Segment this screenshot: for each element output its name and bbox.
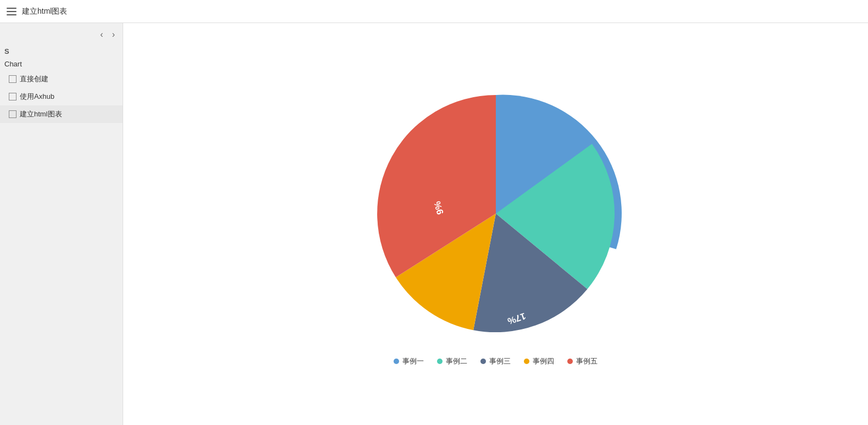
legend-item-case5: 事例五	[567, 356, 598, 366]
legend-label-case3: 事例三	[489, 356, 511, 366]
sidebar-item-use-axhub[interactable]: 使用Axhub	[0, 88, 123, 105]
chart-legend: 事例一 事例二 事例三 事例四 事例五	[394, 356, 598, 366]
sidebar-category-label: Chart	[0, 58, 123, 70]
sidebar-section-label: S	[0, 46, 123, 58]
legend-item-case4: 事例四	[524, 356, 554, 366]
legend-dot-case5	[567, 359, 573, 364]
content-area: 40% 21% 17% 1	[123, 23, 868, 425]
nav-forward-button[interactable]: ›	[109, 29, 118, 41]
legend-item-case1: 事例一	[394, 356, 424, 366]
legend-dot-case3	[480, 359, 486, 364]
sidebar: ‹ › S Chart 直接创建 使用Axhub 建立html图表	[0, 23, 123, 425]
sidebar-item-label-build-html-chart: 建立html图表	[20, 109, 62, 119]
pie-chart: 40% 21% 17% 1	[364, 82, 628, 345]
legend-label-case4: 事例四	[533, 356, 554, 366]
sidebar-item-build-html-chart[interactable]: 建立html图表	[0, 105, 123, 123]
chart-container: 40% 21% 17% 1	[364, 82, 628, 366]
legend-label-case2: 事例二	[446, 356, 467, 366]
legend-item-case2: 事例二	[437, 356, 467, 366]
title-bar-title: 建立html图表	[22, 7, 67, 16]
sidebar-item-icon-build-html-chart	[9, 110, 16, 118]
sidebar-nav-buttons: ‹ ›	[0, 23, 123, 46]
main-layout: ‹ › S Chart 直接创建 使用Axhub 建立html图表	[0, 23, 868, 425]
legend-dot-case4	[524, 359, 529, 364]
sidebar-item-label-create-direct: 直接创建	[20, 74, 48, 84]
menu-icon[interactable]	[7, 8, 16, 15]
legend-dot-case1	[394, 359, 399, 364]
legend-item-case3: 事例三	[480, 356, 511, 366]
legend-dot-case2	[437, 359, 443, 364]
title-bar: 建立html图表	[0, 0, 868, 23]
sidebar-item-icon-create-direct	[9, 75, 16, 83]
sidebar-item-icon-use-axhub	[9, 93, 16, 100]
sidebar-item-create-direct[interactable]: 直接创建	[0, 70, 123, 88]
nav-back-button[interactable]: ‹	[97, 29, 106, 41]
legend-label-case5: 事例五	[576, 356, 598, 366]
sidebar-item-label-use-axhub: 使用Axhub	[20, 92, 54, 102]
legend-label-case1: 事例一	[402, 356, 424, 366]
